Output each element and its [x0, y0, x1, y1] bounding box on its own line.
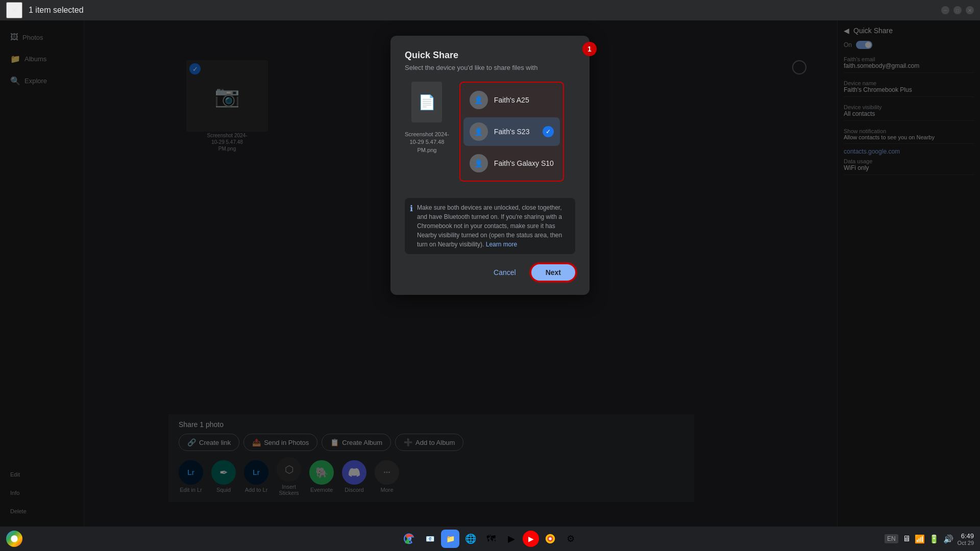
device-list: 👤 Faith's A25 👤 Faith's S23 ✓ 👤 Faith's … — [459, 82, 564, 182]
clock-date: Oct 29 — [958, 540, 974, 546]
screenshot-thumbnail-section: 📄 Screenshot 2024-10-29 5.47.48PM.png — [405, 82, 449, 190]
maps-icon[interactable]: 🗺 — [482, 530, 500, 548]
s23-device-name: Faith's S23 — [494, 128, 536, 136]
modal-title: Quick Share — [405, 50, 575, 61]
gmail-icon[interactable]: 📧 — [421, 530, 439, 548]
volume-icon[interactable]: 🔊 — [943, 534, 953, 544]
info-icon: ℹ — [410, 204, 413, 213]
clock-time: 6:49 — [961, 532, 974, 540]
device-item-s23[interactable]: 👤 Faith's S23 ✓ — [463, 117, 560, 146]
play-store-icon[interactable]: ▶ — [502, 530, 521, 548]
browser-icon[interactable]: 🌐 — [461, 530, 480, 548]
maximize-button[interactable]: □ — [953, 6, 962, 14]
file-icon: 📄 — [418, 94, 436, 111]
wifi-icon[interactable]: 📶 — [915, 534, 925, 544]
cancel-button[interactable]: Cancel — [483, 264, 526, 281]
screenshot-filename: Screenshot 2024-10-29 5.47.48PM.png — [405, 131, 449, 154]
svg-point-3 — [549, 537, 552, 540]
minimize-button[interactable]: ─ — [941, 6, 949, 14]
s10-avatar: 👤 — [470, 154, 488, 172]
google-photos-icon[interactable] — [541, 530, 559, 548]
s23-avatar: 👤 — [470, 122, 488, 141]
svg-point-0 — [11, 535, 17, 542]
titlebar-left: ✕ 1 item selected — [6, 2, 84, 18]
window-close-button[interactable]: ✕ — [966, 6, 974, 14]
modal-footer: Cancel Next — [405, 264, 575, 281]
youtube-icon[interactable]: ▶ — [523, 531, 539, 547]
modal-info-box: ℹ Make sure both devices are unlocked, c… — [405, 198, 575, 254]
device-item-a25[interactable]: 👤 Faith's A25 — [463, 86, 560, 114]
battery-icon[interactable]: 🔋 — [929, 534, 939, 544]
info-text: Make sure both devices are unlocked, clo… — [417, 203, 570, 249]
chrome-icon[interactable] — [400, 530, 419, 548]
display-icon[interactable]: 🖥 — [902, 534, 911, 543]
window-titlebar: ✕ 1 item selected ─ □ ✕ — [0, 0, 980, 20]
quick-share-modal: 1 Quick Share Select the device you'd li… — [390, 36, 590, 295]
a25-device-name: Faith's A25 — [494, 96, 554, 104]
keyboard-layout-icon[interactable]: EN — [885, 534, 898, 543]
next-button[interactable]: Next — [531, 264, 575, 281]
close-button[interactable]: ✕ — [6, 2, 22, 18]
s10-avatar-icon: 👤 — [474, 159, 483, 167]
learn-more-link[interactable]: Learn more — [486, 241, 517, 248]
screenshot-thumbnail: 📄 — [411, 82, 442, 122]
taskbar-apps: 📧 📁 🌐 🗺 ▶ ▶ ⚙ — [400, 530, 580, 548]
a25-avatar: 👤 — [470, 91, 488, 109]
annotation-badge-1: 1 — [582, 42, 597, 56]
modal-subtitle: Select the device you'd like to share fi… — [405, 64, 575, 71]
taskbar-left — [6, 531, 22, 547]
window-controls: ─ □ ✕ — [941, 6, 974, 14]
s23-checkmark: ✓ — [543, 126, 554, 137]
s10-device-name: Faith's Galaxy S10 — [494, 159, 554, 167]
system-clock[interactable]: 6:49 Oct 29 — [958, 532, 974, 546]
files-icon[interactable]: 📁 — [441, 530, 459, 548]
a25-avatar-icon: 👤 — [474, 96, 483, 104]
modal-top-row: 📄 Screenshot 2024-10-29 5.47.48PM.png 👤 … — [405, 82, 575, 190]
s23-avatar-icon: 👤 — [474, 128, 483, 136]
svg-point-2 — [408, 537, 411, 540]
system-taskbar: 📧 📁 🌐 🗺 ▶ ▶ ⚙ EN 🖥 📶 🔋 — [0, 527, 980, 551]
launcher-icon[interactable] — [6, 531, 22, 547]
taskbar-right: EN 🖥 📶 🔋 🔊 6:49 Oct 29 — [885, 532, 974, 546]
device-item-galaxy-s10[interactable]: 👤 Faith's Galaxy S10 — [463, 149, 560, 178]
modal-overlay: 1 Quick Share Select the device you'd li… — [0, 20, 980, 527]
selection-title: 1 item selected — [29, 6, 84, 15]
settings-icon[interactable]: ⚙ — [561, 530, 580, 548]
